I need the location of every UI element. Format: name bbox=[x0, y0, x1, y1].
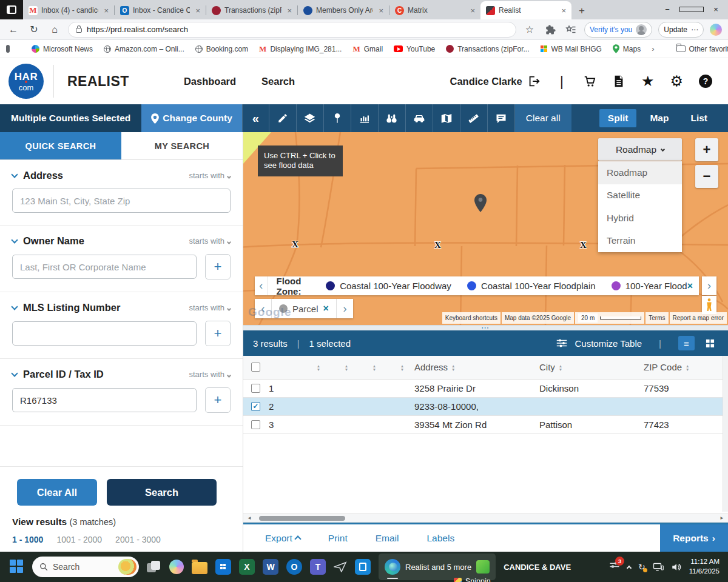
terms-link[interactable]: Terms bbox=[645, 312, 668, 324]
extensions-icon[interactable] bbox=[543, 24, 558, 35]
cart-icon[interactable] bbox=[583, 75, 596, 88]
tab-close-icon[interactable]: × bbox=[468, 6, 477, 15]
volume-icon[interactable] bbox=[671, 563, 682, 572]
labels-button[interactable]: Labels bbox=[426, 533, 454, 544]
new-tab-button[interactable]: + bbox=[571, 5, 592, 19]
tab-my-search[interactable]: MY SEARCH bbox=[121, 132, 243, 159]
documents-icon[interactable] bbox=[612, 75, 625, 88]
copilot-taskbar-icon[interactable] bbox=[169, 560, 184, 574]
sort-column[interactable]: ▲▼ bbox=[386, 356, 414, 379]
tab-close-icon[interactable]: × bbox=[559, 6, 568, 15]
sort-column[interactable]: ▲▼ bbox=[331, 356, 359, 379]
mls-number-input[interactable] bbox=[12, 321, 197, 346]
help-icon[interactable]: ? bbox=[699, 75, 712, 88]
add-mls-button[interactable]: + bbox=[205, 321, 231, 346]
map-type-roadmap[interactable]: Roadmap bbox=[598, 161, 682, 184]
map-type-satellite[interactable]: Satellite bbox=[598, 184, 682, 207]
layers-button[interactable] bbox=[297, 104, 324, 132]
tab-matrix[interactable]: C Matrix × bbox=[389, 1, 480, 19]
bookmark-youtube[interactable]: YouTube bbox=[394, 45, 435, 53]
har-logo[interactable]: HAR com bbox=[8, 64, 44, 99]
clear-all-button[interactable]: Clear All bbox=[17, 479, 97, 506]
grid-view-button[interactable] bbox=[702, 336, 718, 350]
chart-tool-button[interactable] bbox=[351, 104, 379, 132]
address-input[interactable] bbox=[12, 189, 231, 213]
pane-splitter-handle[interactable]: ⋯ bbox=[243, 325, 728, 330]
taskbar-clock[interactable]: 11:12 AM 11/6/2025 bbox=[689, 557, 720, 576]
drive-time-button[interactable] bbox=[406, 104, 433, 132]
outlook-icon[interactable]: O bbox=[286, 559, 302, 575]
tab-close-icon[interactable]: × bbox=[194, 6, 202, 15]
zoom-in-button[interactable]: + bbox=[695, 138, 718, 161]
zoom-out-button[interactable]: − bbox=[695, 165, 718, 188]
hidden-icons-chevron[interactable] bbox=[627, 566, 632, 570]
table-row[interactable]: 3 39354 Mt Zion Rd Pattison 77423 bbox=[243, 415, 728, 433]
chevron-down-icon[interactable] bbox=[11, 303, 18, 310]
tab-close-icon[interactable]: × bbox=[377, 6, 385, 15]
match-selector[interactable]: starts with bbox=[189, 370, 231, 379]
email-button[interactable]: Email bbox=[376, 533, 399, 544]
scroll-left-arrow[interactable]: ◄ bbox=[247, 515, 252, 521]
export-button[interactable]: Export bbox=[265, 533, 300, 544]
home-button[interactable]: ⌂ bbox=[47, 24, 62, 35]
search-area-button[interactable] bbox=[379, 104, 406, 132]
chevron-down-icon[interactable] bbox=[11, 370, 18, 376]
match-selector[interactable]: starts with bbox=[189, 171, 231, 180]
close-button[interactable]: × bbox=[704, 0, 728, 19]
favorites-star-icon[interactable]: ★ bbox=[641, 73, 655, 90]
change-county-button[interactable]: Change County bbox=[141, 104, 242, 132]
tab-close-icon[interactable]: × bbox=[285, 6, 294, 15]
match-selector[interactable]: starts with bbox=[189, 303, 231, 312]
minimize-button[interactable]: − bbox=[655, 0, 679, 19]
bookmark-transactions[interactable]: Transactions (zipFor... bbox=[446, 45, 529, 53]
bookmark-maps[interactable]: Maps bbox=[613, 44, 641, 53]
back-button[interactable]: ← bbox=[6, 24, 21, 35]
bookmarks-overflow-chevron[interactable]: › bbox=[652, 44, 654, 53]
legend-prev-button[interactable]: ‹ bbox=[255, 276, 268, 295]
edge-window-group[interactable]: Realist and 5 more bbox=[379, 554, 496, 580]
tab-gmail-inbox[interactable]: M Inbox (4) - candicew × bbox=[23, 1, 114, 19]
view-list[interactable]: List bbox=[682, 109, 716, 127]
sort-column[interactable]: ▲▼ bbox=[303, 356, 331, 379]
chevron-down-icon[interactable] bbox=[11, 171, 18, 178]
word-icon[interactable]: W bbox=[263, 559, 278, 575]
sync-icon[interactable]: ↻ bbox=[638, 562, 645, 572]
add-owner-button[interactable]: + bbox=[205, 254, 231, 279]
update-browser-button[interactable]: Update ⋯ bbox=[658, 22, 704, 38]
pegman-control[interactable] bbox=[702, 296, 716, 314]
tab-quick-search[interactable]: QUICK SEARCH bbox=[0, 132, 121, 159]
scroll-right-arrow[interactable]: ► bbox=[720, 515, 724, 521]
nav-dashboard[interactable]: Dashboard bbox=[184, 76, 236, 87]
verify-identity-button[interactable]: Verify it's you bbox=[584, 22, 652, 38]
bookmark-msnews[interactable]: Microsoft News bbox=[32, 45, 93, 53]
map-view-button[interactable] bbox=[433, 104, 460, 132]
address-bar[interactable]: https://prd.realist.com/search bbox=[68, 22, 516, 38]
tab-search-button[interactable] bbox=[0, 0, 23, 19]
favorite-star-icon[interactable]: ☆ bbox=[522, 24, 537, 35]
parcel-id-input[interactable] bbox=[12, 388, 197, 412]
taskbar-search[interactable]: Search bbox=[32, 557, 139, 577]
add-parcel-button[interactable]: + bbox=[205, 387, 231, 413]
copilot-icon[interactable] bbox=[710, 24, 722, 36]
table-row-selected[interactable]: ✓ 2 9233-08-10000, bbox=[243, 397, 728, 415]
column-header-address[interactable]: Address▲▼ bbox=[414, 356, 539, 379]
settings-gear-icon[interactable]: ⚙ bbox=[670, 73, 683, 90]
comments-button[interactable] bbox=[488, 104, 515, 132]
tab-outlook-inbox[interactable]: O Inbox - Candice Clar × bbox=[115, 1, 206, 19]
vertical-scrollbar[interactable] bbox=[723, 356, 728, 512]
bookmark-amazon[interactable]: Amazon.com – Onli... bbox=[104, 45, 184, 53]
page-range-1[interactable]: 1 - 1000 bbox=[12, 535, 43, 544]
pin-tool-button[interactable] bbox=[324, 104, 351, 132]
horizontal-scrollbar[interactable]: ◄ ► bbox=[243, 513, 728, 523]
list-view-button[interactable]: ≡ bbox=[678, 336, 695, 350]
column-header-zip[interactable]: ZIP Code▲▼ bbox=[644, 356, 723, 379]
tab-close-icon[interactable]: × bbox=[102, 6, 110, 15]
report-error-link[interactable]: Report a map error bbox=[670, 312, 727, 324]
keyboard-shortcuts-link[interactable]: Keyboard shortcuts bbox=[442, 312, 500, 324]
scrollbar-thumb[interactable] bbox=[259, 516, 345, 521]
customize-table-button[interactable]: Customize Table bbox=[575, 338, 642, 349]
excel-icon[interactable]: X bbox=[239, 559, 255, 575]
row-checkbox[interactable] bbox=[251, 384, 260, 393]
measure-tool-button[interactable] bbox=[460, 104, 488, 132]
chevron-down-icon[interactable] bbox=[11, 236, 18, 243]
